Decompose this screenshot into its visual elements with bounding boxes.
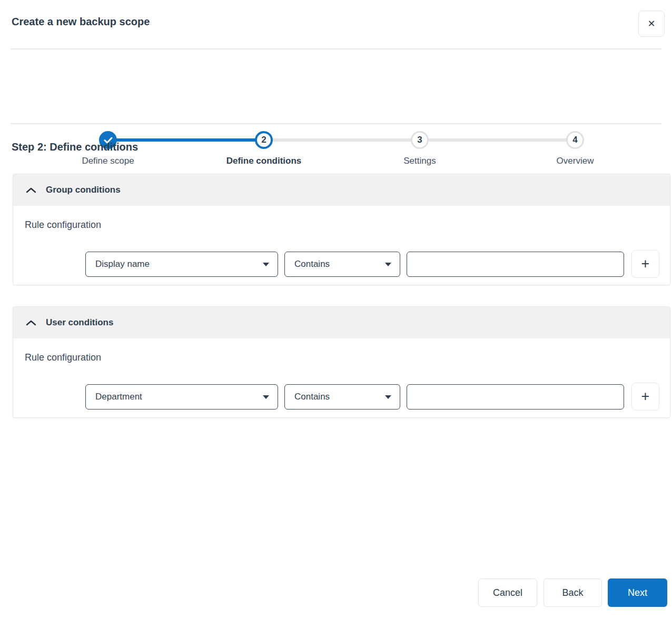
group-condition-row: Display name Contains + (85, 250, 659, 278)
section-title: User conditions (46, 317, 113, 328)
group-conditions-body: Rule configuration Display name Contains… (13, 206, 670, 286)
user-condition-value-input[interactable] (407, 384, 624, 410)
step-4-label: Overview (507, 156, 644, 166)
section-title: Group conditions (46, 185, 121, 195)
step-4-circle[interactable]: 4 (566, 131, 584, 149)
user-conditions-body: Rule configuration Department Contains + (13, 338, 670, 418)
wizard-stepper: 2 3 4 Define scope Define conditions Set… (0, 63, 672, 116)
stepper-connector-upcoming (420, 138, 575, 142)
rule-configuration-label: Rule configuration (25, 219, 101, 231)
chevron-up-icon (26, 187, 36, 193)
close-button[interactable]: ✕ (638, 11, 665, 37)
stepper-connector-upcoming (264, 138, 420, 142)
step-3-label: Settings (351, 156, 488, 166)
step-2-number: 2 (261, 135, 266, 145)
chevron-down-icon (263, 395, 269, 399)
step-heading: Step 2: Define conditions (12, 141, 138, 153)
user-field-select-value: Department (95, 392, 142, 402)
group-field-select-value: Display name (95, 259, 150, 269)
user-field-select[interactable]: Department (85, 384, 278, 410)
create-backup-scope-dialog: Create a new backup scope ✕ 2 3 4 Define… (0, 0, 672, 619)
step-3-circle[interactable]: 3 (411, 131, 429, 149)
close-icon: ✕ (647, 19, 655, 28)
user-add-condition-button[interactable]: + (631, 383, 659, 411)
dialog-title: Create a new backup scope (12, 16, 150, 28)
cancel-button[interactable]: Cancel (478, 578, 537, 607)
plus-icon: + (641, 257, 650, 271)
step-1-label: Define scope (39, 156, 176, 166)
user-operator-select[interactable]: Contains (284, 384, 400, 410)
user-condition-row: Department Contains + (85, 383, 659, 411)
group-conditions-header[interactable]: Group conditions (13, 174, 670, 206)
group-add-condition-button[interactable]: + (631, 250, 659, 278)
rule-configuration-label: Rule configuration (25, 352, 101, 363)
step-4-number: 4 (572, 135, 577, 145)
header-divider (11, 48, 661, 49)
user-operator-select-value: Contains (294, 392, 330, 402)
group-operator-select[interactable]: Contains (284, 252, 400, 277)
group-conditions-section: Group conditions Rule configuration Disp… (13, 174, 670, 285)
plus-icon: + (641, 390, 650, 404)
step-3-number: 3 (417, 135, 422, 145)
stepper-divider (11, 123, 661, 124)
user-conditions-section: User conditions Rule configuration Depar… (13, 306, 670, 418)
next-button[interactable]: Next (608, 578, 667, 607)
group-operator-select-value: Contains (294, 259, 330, 269)
step-2-circle[interactable]: 2 (255, 131, 273, 149)
chevron-down-icon (263, 263, 269, 266)
back-button[interactable]: Back (543, 578, 602, 607)
chevron-down-icon (385, 263, 391, 266)
step-2-label: Define conditions (195, 156, 332, 166)
group-condition-value-input[interactable] (407, 252, 624, 277)
chevron-up-icon (26, 320, 36, 326)
chevron-down-icon (385, 395, 391, 399)
user-conditions-header[interactable]: User conditions (13, 307, 670, 338)
group-field-select[interactable]: Display name (85, 252, 278, 277)
